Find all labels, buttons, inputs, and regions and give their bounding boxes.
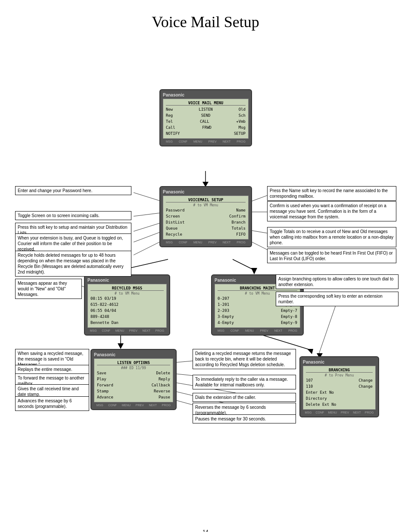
- phone5-title: LISTEN OPTIONS: [97, 361, 170, 365]
- svg-line-32: [319, 298, 338, 354]
- annotation-fifo: Messages can be toggled to be heard Firs…: [267, 249, 396, 263]
- phone3-subtitle: # to VM Menu: [90, 292, 164, 296]
- phone5-subtitle: ### ED 11/99: [97, 366, 170, 370]
- phone5-row1: SaveDelete: [97, 370, 170, 376]
- annotation-delete-recycled: Deleting a recycled message returns the …: [193, 349, 296, 369]
- phone6-title: BRANCHING: [306, 368, 373, 373]
- phone1-brand: Panasonic: [163, 93, 249, 97]
- page-number: 14: [202, 529, 208, 532]
- phone2-row1: PasswordName: [166, 207, 246, 213]
- annotation-branching-options: Assign branching options to allow caller…: [276, 274, 399, 289]
- phone6-subtitle: # to Prev Menu: [306, 373, 373, 377]
- phone-recycled-msgs: Panasonic RECYCLED MSGS # to VM Menu 08:…: [84, 274, 170, 336]
- phone1-row3: TelCALL+Vmb: [166, 118, 246, 124]
- phone3-row4: 889-4248: [90, 314, 164, 320]
- phone4-row3: 2-203Empty-7: [218, 308, 297, 314]
- annotation-password: Enter and change your Password here.: [15, 186, 131, 195]
- page-title: Voice Mail Setup: [0, 0, 411, 40]
- phone6-buttons: MSGCONFMENUPREVNEXTPROG: [303, 411, 376, 414]
- phone3-row1: 08:15 03/19: [90, 296, 164, 302]
- annotation-totals: Toggle Totals on to receive a count of N…: [267, 227, 396, 247]
- phone1-row2: RegSENDSch: [166, 112, 246, 118]
- phone2-row4: QueueTotals: [166, 225, 246, 231]
- phone3-row3: 06:55 04/04: [90, 308, 164, 314]
- phone4-row4: 3-EmptyEmpty-8: [218, 314, 297, 320]
- phone6-row5: Delete Ext No: [306, 401, 373, 408]
- annotation-advance: Advances the message by 6 seconds (progr…: [15, 396, 89, 411]
- svg-marker-5: [251, 268, 257, 274]
- phone6-brand: Panasonic: [303, 360, 376, 364]
- phone6-row2: 110Change: [306, 383, 373, 389]
- annotation-replay: Replays the entire message.: [15, 365, 89, 374]
- phone3-buttons: MSGCONFMENUPREVNEXTPROG: [87, 329, 167, 332]
- phone-branching: Panasonic BRANCHING # to Prev Menu 107Ch…: [299, 356, 379, 417]
- phone4-row5: 4-EmptyEmpty-9: [218, 320, 297, 326]
- phone1-row1: NewLISTENOld: [166, 106, 246, 112]
- annotation-softkey-ext: Press the corresponding soft key to ente…: [276, 292, 399, 306]
- phone3-title: RECYCLED MSGS: [90, 286, 164, 291]
- phone6-screen: BRANCHING # to Prev Menu 107Change 110Ch…: [303, 366, 376, 410]
- annotation-callback: Dials the extension of the caller.: [193, 393, 296, 402]
- phone6-row4: Directory: [306, 395, 373, 401]
- phone-listen-options: Panasonic LISTEN OPTIONS ### ED 11/99 Sa…: [90, 349, 177, 410]
- phone5-row2: PlayReply: [97, 376, 170, 382]
- phone2-subtitle: # to VM Menu: [166, 203, 246, 207]
- phone2-row2: ScreenConfirm: [166, 213, 246, 219]
- phone3-row2: 615-822-4612: [90, 302, 164, 308]
- annotation-recycle: Recycle holds deleted messages for up to…: [15, 251, 131, 277]
- phone1-screen: VOICE MAIL MENU NewLISTENOld RegSENDSch …: [163, 99, 249, 139]
- phone5-brand: Panasonic: [94, 352, 173, 357]
- svg-marker-7: [118, 343, 124, 349]
- phone1-row4: CallFRWDMsg: [166, 124, 246, 131]
- phone5-row3: ForwardCallback: [97, 382, 170, 388]
- phone2-row5: RecycleFIFO: [166, 231, 246, 237]
- annotation-recycled-appear: Messages appear as they would in "New" a…: [15, 279, 82, 299]
- phone2-row3: DistListBranch: [166, 219, 246, 225]
- phone5-row4: StampReverse: [97, 388, 170, 394]
- phone6-row1: 107Change: [306, 377, 373, 383]
- svg-line-4: [233, 259, 254, 270]
- phone2-buttons: MSGCONFMENUPREVNEXTPROG: [163, 241, 249, 244]
- phone2-title: VOICEMAIL SETUP: [166, 198, 246, 202]
- phone5-screen: LISTEN OPTIONS ### ED 11/99 SaveDelete P…: [94, 358, 173, 402]
- annotation-confirm: Confirm is used when you want a confirma…: [267, 201, 396, 221]
- main-content: Panasonic VOICE MAIL MENU NewLISTENOld R…: [0, 40, 411, 532]
- phone-voicemail-setup: Panasonic VOICEMAIL SETUP # to VM Menu P…: [159, 186, 252, 247]
- phone1-row5: NOTIFYSETUP: [166, 131, 246, 137]
- phone2-screen: VOICEMAIL SETUP # to VM Menu PasswordNam…: [163, 196, 249, 240]
- phone6-row3: Enter Ext No: [306, 389, 373, 395]
- phone-voicemail-menu: Panasonic VOICE MAIL MENU NewLISTENOld R…: [159, 89, 252, 146]
- phone5-row5: AdvancePause: [97, 394, 170, 400]
- phone1-buttons: MSGCONFMENUPREVNEXTPROG: [163, 140, 249, 143]
- phone3-brand: Panasonic: [87, 278, 167, 283]
- annotation-pause: Pauses the message for 30 seconds.: [193, 414, 296, 423]
- phone3-row5: Bennette Dan: [90, 320, 164, 326]
- annotation-name: Press the Name soft key to record the na…: [267, 186, 396, 201]
- annotation-screen: Toggle Screen on to screen incoming call…: [15, 211, 131, 220]
- annotation-reply: To immediately reply to the caller via a…: [193, 375, 296, 389]
- phone4-buttons: MSGCONFMENUPREVNEXTPROG: [215, 329, 300, 332]
- phone3-screen: RECYCLED MSGS # to VM Menu 08:15 03/19 6…: [87, 284, 167, 328]
- phone5-buttons: MSGCONFMENUPREVNEXTPROG: [94, 404, 173, 407]
- phone2-brand: Panasonic: [163, 190, 249, 194]
- svg-marker-9: [307, 349, 313, 354]
- phone1-title: VOICE MAIL MENU: [166, 101, 246, 106]
